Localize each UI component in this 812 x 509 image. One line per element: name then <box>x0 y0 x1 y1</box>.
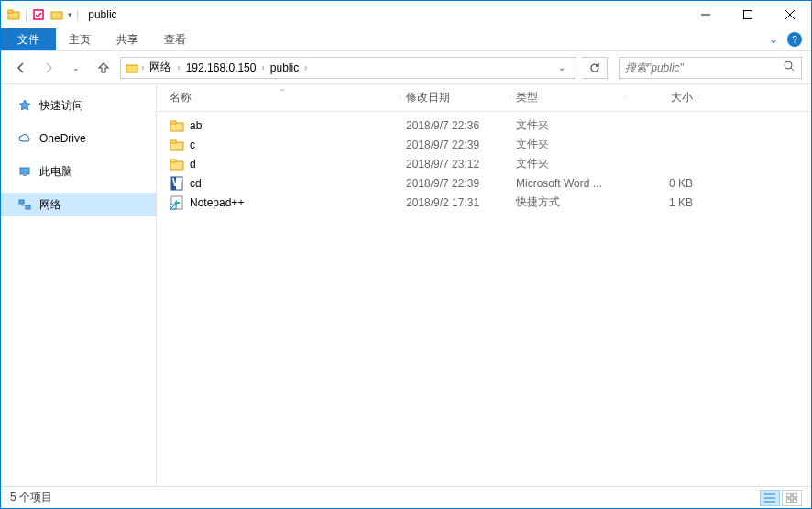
details-view-button[interactable] <box>760 490 780 506</box>
svg-line-10 <box>791 68 794 71</box>
search-icon[interactable] <box>783 60 796 75</box>
svg-rect-32 <box>793 499 797 503</box>
svg-rect-29 <box>786 493 791 497</box>
file-tab[interactable]: 文件 <box>1 28 56 50</box>
column-type[interactable]: 类型 <box>510 90 625 105</box>
svg-rect-16 <box>170 121 176 124</box>
file-row[interactable]: Notepad++2018/9/2 17:31快捷方式1 KB <box>157 193 811 212</box>
back-button[interactable] <box>10 57 32 79</box>
computer-icon <box>17 164 32 179</box>
folder-icon <box>170 138 184 152</box>
chevron-right-icon[interactable]: › <box>141 62 144 72</box>
crumb-public[interactable]: public <box>267 61 302 74</box>
svg-rect-31 <box>786 499 791 503</box>
shortcut-icon <box>170 195 184 210</box>
window-title: public <box>88 8 116 21</box>
file-name: cd <box>190 177 202 190</box>
up-button[interactable] <box>93 57 115 79</box>
folder-icon <box>6 7 21 22</box>
file-type: 快捷方式 <box>510 194 625 210</box>
svg-rect-30 <box>793 493 797 497</box>
file-list-view: 名称⌃ 修改日期 类型 大小 ab2018/9/7 22:36文件夹c2018/… <box>157 84 811 486</box>
explorer-window: | ▾ | public 文件 主页 共享 查看 ⌄ ? ⌄ › 网络 <box>0 0 812 509</box>
file-date: 2018/9/7 22:39 <box>401 177 510 190</box>
file-date: 2018/9/7 22:36 <box>401 119 510 132</box>
refresh-button[interactable] <box>582 57 608 79</box>
navigation-pane: 快速访问 OneDrive 此电脑 网络 <box>1 84 157 486</box>
minimize-button[interactable] <box>685 1 727 28</box>
file-date: 2018/9/7 22:39 <box>401 138 510 151</box>
nav-onedrive[interactable]: OneDrive <box>1 127 156 150</box>
chevron-right-icon[interactable]: › <box>304 62 307 72</box>
location-folder-icon <box>125 61 139 75</box>
column-name[interactable]: 名称⌃ <box>164 90 401 105</box>
breadcrumb-bar[interactable]: › 网络 › 192.168.0.150 › public › ⌄ <box>120 57 576 79</box>
file-row[interactable]: Wcd2018/9/7 22:39Microsoft Word ...0 KB <box>157 173 811 193</box>
ribbon-expand-icon[interactable]: ⌄ <box>769 33 778 46</box>
svg-rect-8 <box>126 65 137 72</box>
file-name: c <box>190 138 195 151</box>
svg-rect-12 <box>23 175 27 176</box>
recent-dropdown[interactable]: ⌄ <box>65 57 87 79</box>
svg-rect-13 <box>19 200 24 204</box>
file-date: 2018/9/7 23:12 <box>401 158 510 171</box>
svg-point-9 <box>785 61 792 69</box>
file-row[interactable]: ab2018/9/7 22:36文件夹 <box>157 116 811 135</box>
svg-rect-18 <box>170 140 176 143</box>
chevron-right-icon[interactable]: › <box>177 62 180 72</box>
column-date[interactable]: 修改日期 <box>401 90 510 105</box>
file-type: 文件夹 <box>510 117 625 133</box>
column-headers: 名称⌃ 修改日期 类型 大小 <box>157 84 811 112</box>
properties-icon[interactable] <box>31 7 46 22</box>
icons-view-button[interactable] <box>782 490 802 506</box>
file-type: 文件夹 <box>510 156 625 172</box>
svg-rect-11 <box>20 168 29 174</box>
crumb-host[interactable]: 192.168.0.150 <box>182 61 260 74</box>
star-icon <box>17 98 32 113</box>
nav-this-pc[interactable]: 此电脑 <box>1 160 156 183</box>
svg-rect-20 <box>170 160 176 162</box>
maximize-button[interactable] <box>727 1 769 28</box>
svg-rect-1 <box>8 10 13 13</box>
file-name: d <box>190 158 196 171</box>
svg-rect-3 <box>51 12 62 19</box>
svg-rect-14 <box>26 205 30 209</box>
file-row[interactable]: d2018/9/7 23:12文件夹 <box>157 154 811 173</box>
file-type: Microsoft Word ... <box>510 177 625 190</box>
item-count: 5 个项目 <box>10 490 760 505</box>
network-icon <box>17 197 32 212</box>
file-date: 2018/9/2 17:31 <box>401 196 510 209</box>
cloud-icon <box>17 131 32 146</box>
search-input[interactable] <box>625 61 783 74</box>
chevron-right-icon[interactable]: › <box>261 62 264 72</box>
nav-network[interactable]: 网络 <box>1 193 156 216</box>
nav-quick-access[interactable]: 快速访问 <box>1 94 156 117</box>
svg-rect-5 <box>744 11 752 19</box>
folder-icon <box>170 157 184 172</box>
column-size[interactable]: 大小 <box>625 90 698 105</box>
titlebar: | ▾ | public <box>1 1 811 28</box>
file-type: 文件夹 <box>510 137 625 152</box>
tab-share[interactable]: 共享 <box>104 28 151 50</box>
svg-text:W: W <box>172 176 183 189</box>
file-name: ab <box>190 119 202 132</box>
word-icon: W <box>170 176 184 191</box>
crumb-network[interactable]: 网络 <box>146 60 175 75</box>
qat-separator: | <box>25 8 27 21</box>
forward-button[interactable] <box>38 57 60 79</box>
address-bar: ⌄ › 网络 › 192.168.0.150 › public › ⌄ <box>1 51 811 84</box>
ribbon-tabs: 文件 主页 共享 查看 ⌄ ? <box>1 28 811 51</box>
file-name: Notepad++ <box>190 196 244 209</box>
help-icon[interactable]: ? <box>787 32 802 47</box>
tab-view[interactable]: 查看 <box>151 28 199 50</box>
file-list: ab2018/9/7 22:36文件夹c2018/9/7 22:39文件夹d20… <box>157 112 811 486</box>
folder-icon <box>170 118 184 133</box>
file-row[interactable]: c2018/9/7 22:39文件夹 <box>157 135 811 154</box>
search-box[interactable] <box>619 57 802 79</box>
close-button[interactable] <box>769 1 811 28</box>
tab-home[interactable]: 主页 <box>56 28 104 50</box>
qat-dropdown-icon[interactable]: ▾ <box>68 10 72 19</box>
qat-separator: | <box>76 8 79 21</box>
address-dropdown[interactable]: ⌄ <box>552 62 572 72</box>
file-size: 0 KB <box>625 177 698 190</box>
